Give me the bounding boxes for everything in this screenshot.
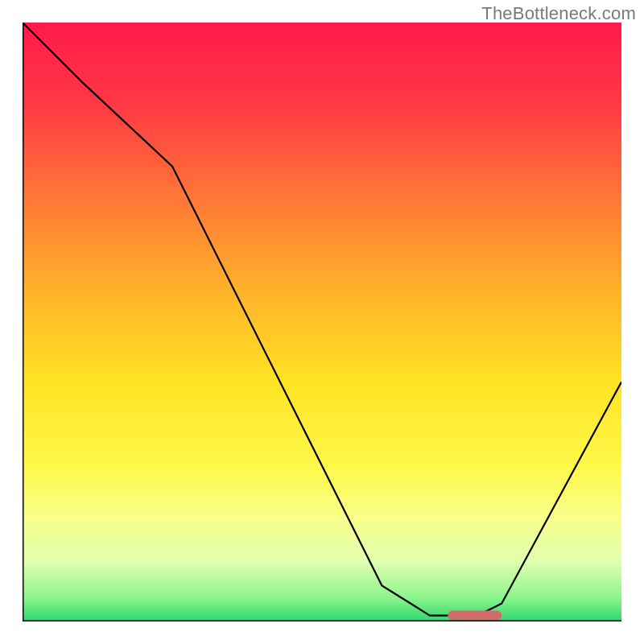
chart-plot-area xyxy=(23,23,621,621)
bottleneck-chart xyxy=(23,23,621,621)
gradient-background xyxy=(23,23,621,621)
attribution-text: TheBottleneck.com xyxy=(481,3,636,24)
optimal-marker xyxy=(448,611,502,621)
